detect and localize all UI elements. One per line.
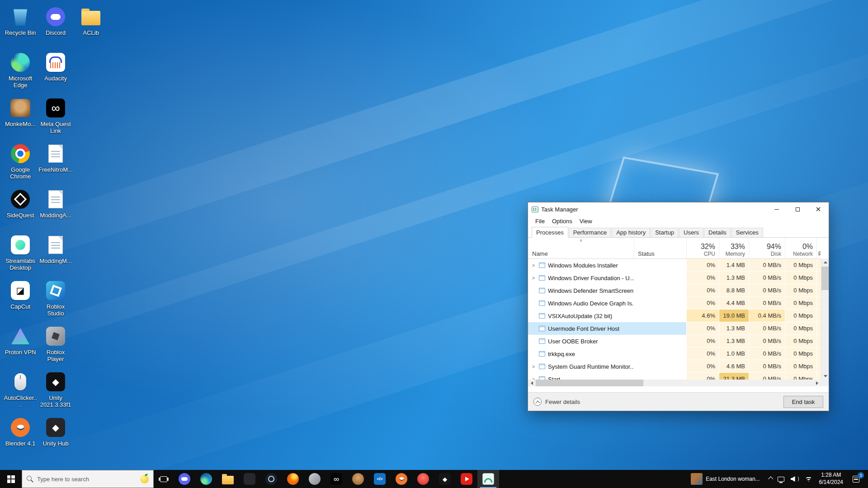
start-button[interactable] (0, 470, 22, 488)
tab[interactable]: App history (612, 228, 650, 237)
taskbar-app-button-blender[interactable] (391, 470, 412, 488)
desktop-icon-sidequest[interactable]: SideQuest (3, 185, 38, 231)
taskbar-app-button-edge[interactable] (195, 470, 217, 488)
menu-item[interactable]: View (576, 218, 596, 225)
taskbar-app-icon (330, 473, 342, 485)
search-highlight-icon[interactable] (140, 475, 149, 483)
taskbar-app-button-file-explorer[interactable] (217, 470, 239, 488)
taskbar-app-button-app-dark[interactable] (239, 470, 260, 488)
desktop-icon-unity-editor[interactable]: Unity 2021.3.33f1 (38, 368, 73, 413)
column-header-name[interactable]: ∨ Name (528, 238, 634, 258)
taskbar-app-button-app-gray[interactable] (304, 470, 326, 488)
scroll-down-button[interactable] (821, 373, 829, 380)
tab[interactable]: Startup (651, 228, 679, 237)
desktop-icon-roblox-player[interactable]: Roblox Player (38, 322, 73, 368)
fewer-details-toggle[interactable]: Fewer details (533, 398, 580, 406)
desktop-icon-image (11, 235, 30, 254)
desktop-icon-freenitro-doc[interactable]: FreeNitroM... (38, 140, 73, 185)
volume-tray-button[interactable] (788, 470, 802, 488)
process-row-Windows Modules Installer[interactable]: > Windows Modules Installer 0% 1.4 MB 0 … (528, 259, 821, 272)
taskbar-search[interactable] (22, 470, 154, 488)
scroll-up-button[interactable] (821, 259, 829, 266)
close-button[interactable]: × (808, 202, 829, 216)
menu-item[interactable]: File (532, 218, 548, 225)
taskbar-app-button-meta-quest[interactable] (326, 470, 347, 488)
taskbar-app-button-unity[interactable] (434, 470, 456, 488)
expand-chevron-icon[interactable]: > (531, 364, 536, 369)
process-row-System Guard Runtime Monitor...[interactable]: > System Guard Runtime Monitor... 0% 4.6… (528, 360, 821, 373)
process-row-Start[interactable]: > Start 0% 21.3 MB 0 MB/s 0 Mbps (528, 373, 821, 380)
taskbar-app-icon (309, 473, 321, 485)
process-row-User OOBE Broker[interactable]: User OOBE Broker 0% 1.3 MB 0 MB/s 0 Mbps (528, 335, 821, 347)
process-row-VSIXAutoUpdate (32 bit)[interactable]: VSIXAutoUpdate (32 bit) 4.6% 19.0 MB 0.4… (528, 310, 821, 322)
desktop-icon-microsoft-edge[interactable]: Microsoft Edge (3, 48, 38, 94)
process-row-Usermode Font Driver Host[interactable]: Usermode Font Driver Host 0% 1.3 MB 0 MB… (528, 322, 821, 335)
tab[interactable]: Processes (532, 227, 568, 238)
desktop-icon-modding-m-doc[interactable]: ModdingM... (38, 231, 73, 277)
taskbar-app-button-task-manager[interactable] (477, 470, 499, 488)
search-input[interactable] (37, 476, 123, 483)
process-row-Windows Defender SmartScreen[interactable]: Windows Defender SmartScreen 0% 8.8 MB 0… (528, 284, 821, 297)
desktop-icon-recycle-bin[interactable]: Recycle Bin (3, 3, 38, 48)
process-cpu: 0% (686, 272, 719, 284)
desktop-icon-modding-a-doc[interactable]: ModdingA... (38, 185, 73, 231)
process-row-Windows Driver Foundation - U...[interactable]: > Windows Driver Foundation - U... 0% 1.… (528, 272, 821, 284)
network-tray-button[interactable] (802, 470, 816, 488)
column-header-disk[interactable]: 94%Disk (749, 238, 785, 258)
process-row-trkkpq.exe[interactable]: trkkpq.exe 0% 1.0 MB 0 MB/s 0 Mbps (528, 347, 821, 360)
horizontal-scrollbar-thumb[interactable] (536, 380, 643, 386)
desktop-icon-discord[interactable]: Discord (38, 3, 73, 48)
tab[interactable]: Services (731, 228, 763, 237)
menu-item[interactable]: Options (548, 218, 576, 225)
column-header-cpu[interactable]: 32%CPU (686, 238, 719, 258)
desktop-icon-autoclicker[interactable]: AutoClicker... (3, 368, 38, 413)
desktop-icon-audacity[interactable]: Audacity (38, 48, 73, 94)
action-center-button[interactable]: 3 (847, 470, 865, 488)
desktop-icon-meta-quest-link[interactable]: Meta Quest Link (38, 94, 73, 140)
desktop-icon-blender[interactable]: Blender 4.1 (3, 413, 38, 459)
column-header-memory[interactable]: 33%Memory (719, 238, 749, 258)
news-widget[interactable]: East London woman... (686, 473, 764, 485)
taskbar-app-button-firefox[interactable] (282, 470, 304, 488)
desktop-icon-proton-vpn[interactable]: Proton VPN (3, 322, 38, 368)
tab[interactable]: Users (679, 228, 703, 237)
taskbar-app-button-app-red[interactable] (412, 470, 434, 488)
maximize-button[interactable] (787, 202, 808, 216)
taskbar-app-button-app-gear[interactable] (260, 470, 282, 488)
taskbar-app-button-discord[interactable] (174, 470, 195, 488)
hidden-icons-button[interactable] (764, 470, 774, 488)
scroll-right-button[interactable] (813, 380, 821, 386)
process-network: 0 Mbps (785, 335, 816, 347)
process-status (634, 347, 686, 360)
scroll-left-button[interactable] (528, 380, 536, 386)
scrollbar-corner (821, 380, 829, 386)
column-header-partial[interactable]: P (816, 238, 821, 258)
minimize-button[interactable] (766, 202, 787, 216)
desktop-icon-google-chrome[interactable]: Google Chrome (3, 140, 38, 185)
task-view-button[interactable] (154, 470, 174, 488)
tab[interactable]: Performance (569, 228, 611, 237)
desktop-icon-capcut[interactable]: CapCut (3, 277, 38, 322)
desktop-icon-roblox-studio[interactable]: Roblox Studio (38, 277, 73, 322)
column-header-status[interactable]: Status (634, 238, 686, 258)
taskbar-app-button-youtube[interactable] (456, 470, 477, 488)
display-tray-button[interactable] (774, 470, 788, 488)
desktop-icon-streamlabs[interactable]: Streamlabs Desktop (3, 231, 38, 277)
vertical-scrollbar[interactable] (821, 259, 829, 380)
title-bar[interactable]: Task Manager × (528, 202, 829, 216)
expand-chevron-icon[interactable]: > (531, 263, 536, 268)
expand-chevron-icon[interactable]: > (531, 376, 536, 380)
desktop-icon-unity-hub[interactable]: Unity Hub (38, 413, 73, 459)
desktop-icon-aclib-folder[interactable]: ACLib (73, 3, 108, 48)
taskbar-clock[interactable]: 1:28 AM 6/14/2024 (816, 472, 847, 486)
column-header-network[interactable]: 0%Network (785, 238, 816, 258)
vertical-scrollbar-thumb[interactable] (821, 267, 829, 290)
horizontal-scrollbar[interactable] (528, 380, 821, 386)
process-row-Windows Audio Device Graph Is...[interactable]: Windows Audio Device Graph Is... 0% 4.4 … (528, 297, 821, 310)
expand-chevron-icon[interactable]: > (531, 275, 536, 281)
tab[interactable]: Details (704, 228, 731, 237)
taskbar-app-button-app-mouse[interactable] (347, 470, 369, 488)
taskbar-app-button-vscode[interactable] (369, 470, 391, 488)
end-task-button[interactable]: End task (783, 396, 823, 408)
desktop-icon-monkemod[interactable]: MonkeMo... (3, 94, 38, 140)
